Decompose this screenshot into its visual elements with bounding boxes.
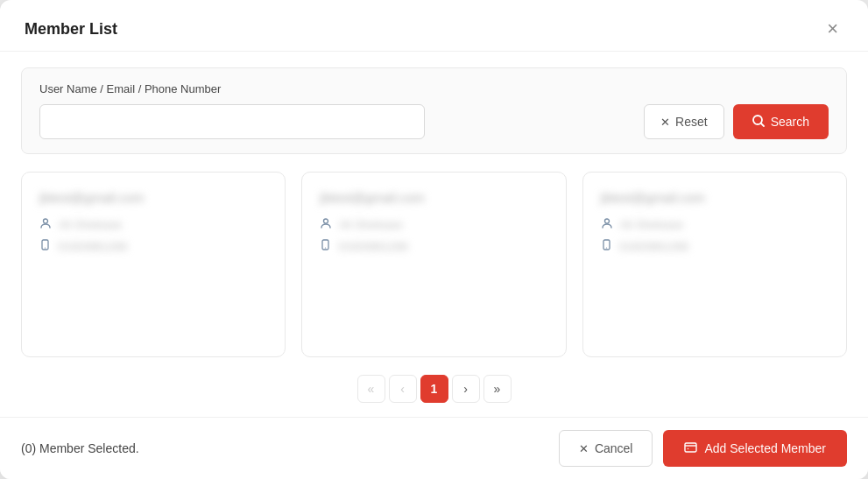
- search-button[interactable]: Search: [733, 104, 829, 139]
- add-member-icon: [684, 440, 697, 456]
- person-icon: [39, 217, 52, 232]
- svg-point-8: [604, 219, 609, 223]
- svg-point-4: [45, 247, 46, 248]
- next-page-button[interactable]: ›: [452, 375, 480, 403]
- member-name-row: Ali Shelease: [320, 217, 547, 232]
- member-email: jbtest@gmail.com: [320, 190, 547, 205]
- phone-icon: [601, 239, 612, 253]
- search-actions: ✕ Reset Search: [644, 104, 829, 139]
- svg-line-1: [761, 123, 764, 126]
- search-section: User Name / Email / Phone Number ✕ Reset…: [21, 67, 847, 154]
- member-card[interactable]: jbtest@gmail.com Ali Shelease 0192086126…: [301, 172, 566, 357]
- member-card[interactable]: jbtest@gmail.com Ali Shelease 0192086126…: [582, 172, 847, 357]
- reset-button[interactable]: ✕ Reset: [644, 104, 724, 139]
- member-phone: 01920861266: [338, 240, 408, 253]
- person-icon: [320, 217, 332, 232]
- member-email: jbtest@gmail.com: [601, 190, 829, 205]
- member-phone: 01920861266: [619, 240, 689, 253]
- modal-title: Member List: [25, 20, 117, 39]
- member-phone-row: 01920861266: [320, 239, 547, 253]
- search-label-text: Search: [771, 115, 809, 129]
- pagination-section: « ‹ 1 › »: [0, 366, 868, 417]
- search-icon: [752, 115, 765, 130]
- member-phone-row: 01920861266: [601, 239, 829, 253]
- svg-point-12: [688, 448, 688, 449]
- member-list-modal: Member List × User Name / Email / Phone …: [0, 0, 868, 479]
- member-name: Ali Shelease: [59, 218, 122, 231]
- svg-point-10: [606, 247, 607, 248]
- modal-header: Member List ×: [0, 0, 868, 52]
- member-phone: 01920861266: [58, 240, 128, 253]
- first-page-button[interactable]: «: [357, 375, 385, 403]
- page-1-button[interactable]: 1: [420, 375, 448, 403]
- add-member-label: Add Selected Member: [704, 441, 826, 455]
- footer-actions: ✕ Cancel Add Selected Member: [559, 430, 847, 467]
- reset-label: Reset: [675, 115, 708, 129]
- members-section: jbtest@gmail.com Ali Shelease 0192086126…: [0, 154, 868, 366]
- member-name-row: Ali Shelease: [601, 217, 829, 232]
- svg-point-7: [325, 247, 326, 248]
- member-name: Ali Shelease: [339, 218, 402, 231]
- person-icon: [601, 217, 613, 232]
- add-selected-member-button[interactable]: Add Selected Member: [663, 430, 847, 467]
- cancel-label: Cancel: [595, 441, 633, 455]
- search-label: User Name / Email / Phone Number: [39, 82, 829, 95]
- phone-icon: [320, 239, 331, 253]
- member-name: Ali Shelease: [620, 218, 683, 231]
- phone-icon: [39, 239, 51, 253]
- svg-point-2: [44, 219, 48, 223]
- close-icon: ✕: [660, 116, 670, 129]
- member-email: jbtest@gmail.com: [39, 190, 267, 205]
- svg-rect-11: [685, 443, 696, 452]
- modal-footer: (0) Member Selected. ✕ Cancel Add Select…: [0, 417, 868, 479]
- cancel-button[interactable]: ✕ Cancel: [559, 430, 653, 467]
- close-button[interactable]: ×: [822, 18, 843, 40]
- member-phone-row: 01920861266: [39, 239, 267, 253]
- svg-point-5: [324, 219, 328, 223]
- search-row: ✕ Reset Search: [39, 104, 829, 139]
- cancel-icon: ✕: [579, 442, 589, 455]
- member-card[interactable]: jbtest@gmail.com Ali Shelease 0192086126…: [21, 172, 286, 357]
- prev-page-button[interactable]: ‹: [389, 375, 417, 403]
- last-page-button[interactable]: »: [483, 375, 512, 403]
- search-input[interactable]: [39, 104, 425, 139]
- selected-count: (0) Member Selected.: [21, 441, 139, 455]
- member-name-row: Ali Shelease: [39, 217, 267, 232]
